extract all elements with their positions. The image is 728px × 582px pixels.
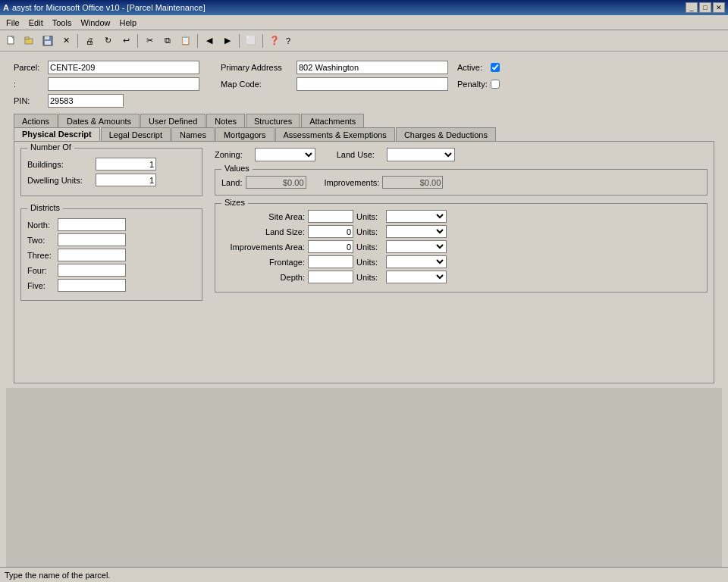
improvements-area-row: Improvements Area: Units: [221, 240, 701, 253]
buildings-label: Buildings: [27, 160, 96, 169]
north-input[interactable] [58, 218, 126, 231]
two-input[interactable] [58, 233, 126, 246]
menu-file[interactable]: File [2, 17, 24, 29]
maximize-button[interactable]: □ [699, 2, 711, 13]
tab-actions[interactable]: Actions [14, 114, 58, 127]
three-label: Three: [27, 251, 58, 260]
new-button[interactable] [3, 33, 20, 49]
tabs-row2: Physical Descript Legal Descript Names M… [14, 127, 714, 141]
values-row: Land: Improvements: [221, 176, 701, 189]
field2-row: : Map Code: Penalty: [14, 77, 714, 91]
penalty-checkbox[interactable] [491, 80, 500, 89]
four-row: Four: [27, 264, 196, 277]
units-site-dropdown[interactable] [386, 210, 447, 223]
pin-label: PIN: [14, 96, 48, 105]
toolbar-separator-5 [262, 34, 263, 48]
print-button[interactable]: 🖨 [81, 33, 98, 49]
depth-input[interactable] [308, 271, 353, 283]
tab-structures[interactable]: Structures [246, 114, 300, 127]
dwelling-units-input[interactable] [96, 174, 156, 186]
tab-notes[interactable]: Notes [206, 114, 245, 127]
land-size-input[interactable] [308, 225, 353, 238]
land-size-row: Land Size: Units: [221, 225, 701, 238]
parcel-label: Parcel: [14, 63, 48, 72]
three-row: Three: [27, 249, 196, 261]
delete-button[interactable]: ✕ [58, 33, 74, 49]
active-label: Active: [457, 63, 488, 72]
menu-window[interactable]: Window [76, 17, 115, 29]
units-label-site: Units: [356, 212, 383, 221]
site-area-row: Site Area: Units: [221, 210, 701, 223]
values-title: Values [221, 164, 253, 173]
field2-input[interactable] [48, 77, 199, 91]
paste-button[interactable]: 📋 [177, 33, 194, 49]
improvements-area-label: Improvements Area: [221, 242, 305, 252]
units-frontage-dropdown[interactable] [386, 255, 447, 268]
close-button[interactable]: ✕ [713, 2, 725, 13]
buildings-row: Buildings: [27, 158, 196, 171]
penalty-label: Penalty: [457, 80, 488, 89]
sizes-title: Sizes [221, 198, 248, 207]
left-panel: Number Of Buildings: Dwelling Units: Dis… [20, 148, 202, 301]
improvements-value-input[interactable] [382, 176, 443, 189]
districts-title: Districts [27, 203, 63, 212]
tab-attachments[interactable]: Attachments [301, 114, 364, 127]
active-checkbox[interactable] [491, 63, 500, 72]
map-code-label: Map Code: [221, 80, 297, 89]
tab-user-defined[interactable]: User Defined [140, 114, 206, 127]
units-improvements-dropdown[interactable] [386, 240, 447, 253]
pin-row: PIN: [14, 94, 714, 108]
three-input[interactable] [58, 249, 126, 261]
menu-edit[interactable]: Edit [24, 17, 48, 29]
title-bar-left: A asyst for Microsoft Office v10 - [Parc… [3, 3, 206, 12]
minimize-button[interactable]: _ [686, 2, 698, 13]
undo-button[interactable]: ↩ [118, 33, 134, 49]
main-content: Parcel: Primary Address Active: : Map Co… [0, 52, 728, 582]
save-button[interactable] [39, 33, 56, 49]
title-bar: A asyst for Microsoft Office v10 - [Parc… [0, 0, 728, 15]
tab-names[interactable]: Names [171, 127, 215, 141]
frontage-input[interactable] [308, 255, 353, 268]
five-input[interactable] [58, 279, 126, 292]
map-code-input[interactable] [297, 77, 448, 91]
primary-address-input[interactable] [297, 61, 448, 74]
five-row: Five: [27, 279, 196, 292]
buildings-input[interactable] [96, 158, 156, 171]
tab-assessments-exemptions[interactable]: Assessments & Exemptions [275, 127, 395, 141]
open-button[interactable] [21, 33, 38, 49]
copy-button[interactable]: ⧉ [159, 33, 176, 49]
forward-button[interactable]: ▶ [219, 33, 236, 49]
tab-physical-descript[interactable]: Physical Descript [14, 127, 100, 141]
site-area-input[interactable] [308, 210, 353, 223]
units-depth-dropdown[interactable] [386, 271, 447, 283]
title-bar-controls: _ □ ✕ [686, 2, 725, 13]
improvements-area-input[interactable] [308, 240, 353, 253]
tab-charges-deductions[interactable]: Charges & Deductions [396, 127, 496, 141]
units-land-dropdown[interactable] [386, 225, 447, 238]
pin-input[interactable] [48, 94, 124, 108]
four-label: Four: [27, 266, 58, 275]
tab-mortgagors[interactable]: Mortgagors [215, 127, 275, 141]
refresh-button[interactable]: ↻ [99, 33, 116, 49]
help-button[interactable]: ❓ [266, 33, 283, 49]
cut-button[interactable]: ✂ [141, 33, 158, 49]
land-value-input[interactable] [246, 176, 306, 189]
menu-help[interactable]: Help [115, 17, 142, 29]
north-label: North: [27, 221, 58, 230]
land-use-dropdown[interactable] [387, 148, 455, 161]
status-text: Type the name of the parcel. [5, 571, 110, 580]
zoning-dropdown[interactable] [255, 148, 315, 161]
screen-button[interactable]: ⬜ [243, 33, 259, 49]
toolbar-separator-3 [197, 34, 198, 48]
four-input[interactable] [58, 264, 126, 277]
tab-dates-amounts[interactable]: Dates & Amounts [58, 114, 140, 127]
units-label-land: Units: [356, 227, 383, 236]
sizes-group: Sizes Site Area: Units: Land Size: Units… [215, 203, 708, 293]
depth-row: Depth: Units: [221, 271, 701, 283]
tab-legal-descript[interactable]: Legal Descript [101, 127, 171, 141]
menu-tools[interactable]: Tools [48, 17, 77, 29]
back-button[interactable]: ◀ [201, 33, 218, 49]
toolbar-separator-2 [137, 34, 138, 48]
toolbar: ✕ 🖨 ↻ ↩ ✂ ⧉ 📋 ◀ ▶ ⬜ ❓ ? [0, 30, 728, 52]
parcel-input[interactable] [48, 61, 199, 74]
